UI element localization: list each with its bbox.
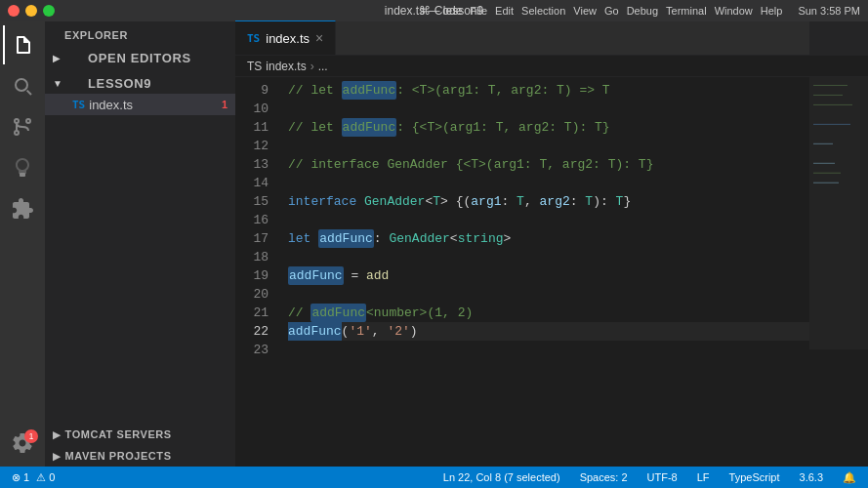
tab-close-button[interactable]: × bbox=[315, 31, 323, 45]
code-line-14 bbox=[288, 174, 809, 192]
menu-help[interactable]: Help bbox=[761, 5, 783, 17]
warning-icon: ⚠ bbox=[36, 471, 46, 484]
status-language[interactable]: TypeScript bbox=[725, 467, 784, 488]
sidebar-bottom-panels: ▶ TOMCAT SERVERS ▶ MAVEN PROJECTS bbox=[45, 424, 235, 467]
settings-badge: 1 bbox=[24, 429, 38, 443]
activity-icon-explorer[interactable] bbox=[3, 25, 42, 64]
code-line-15: interface GenAdder<T> {(arg1: T, arg2: T… bbox=[288, 192, 809, 211]
code-line-21: // addFunc<number>(1, 2) bbox=[288, 304, 809, 322]
svg-point-0 bbox=[15, 119, 19, 123]
status-encoding[interactable]: UTF-8 bbox=[643, 467, 682, 488]
code-line-12 bbox=[288, 137, 809, 155]
open-editors-section: ▶ OPEN EDITORS bbox=[45, 45, 235, 70]
activity-bar: 1 bbox=[0, 21, 45, 467]
minimize-button[interactable] bbox=[25, 5, 37, 17]
status-left: ⊗ 1 ⚠ 0 bbox=[8, 467, 59, 488]
tab-label: index.ts bbox=[266, 31, 310, 46]
status-right: Ln 22, Col 8 (7 selected) Spaces: 2 UTF-… bbox=[439, 467, 860, 488]
maximize-button[interactable] bbox=[43, 5, 55, 17]
error-count: 1 bbox=[23, 471, 29, 483]
menu-window[interactable]: Window bbox=[715, 5, 753, 17]
lesson9-toggle[interactable]: ▼ LESSON9 bbox=[45, 72, 235, 94]
code-line-11: // let addFunc: {<T>(arg1: T, arg2: T): … bbox=[288, 118, 809, 137]
menu-terminal[interactable]: Terminal bbox=[666, 5, 707, 17]
file-index-ts[interactable]: TS index.ts 1 bbox=[45, 94, 235, 115]
status-line-ending[interactable]: LF bbox=[693, 467, 714, 488]
breadcrumb-sep: › bbox=[310, 60, 314, 73]
close-button[interactable] bbox=[8, 5, 20, 17]
sidebar: Explorer ▶ OPEN EDITORS ▼ LESSON9 TS ind… bbox=[45, 21, 235, 467]
spaces-label: Spaces: 2 bbox=[580, 471, 628, 483]
traffic-lights bbox=[8, 5, 55, 17]
sidebar-header: Explorer bbox=[45, 21, 235, 45]
breadcrumb: TS index.ts › ... bbox=[235, 56, 868, 77]
editor-area: TS index.ts × TS index.ts › ... 9 10 11 … bbox=[235, 21, 868, 467]
activity-icon-source-control[interactable] bbox=[3, 107, 42, 146]
activity-icon-search[interactable] bbox=[3, 66, 42, 105]
svg-point-1 bbox=[15, 131, 19, 135]
minimap bbox=[809, 77, 868, 467]
code-line-19: addFunc = add bbox=[288, 266, 809, 285]
code-line-9: // let addFunc: <T>(arg1: T, arg2: T) =>… bbox=[288, 81, 809, 100]
code-line-22: addFunc('1', '2') bbox=[288, 322, 809, 341]
line-ending-label: LF bbox=[697, 471, 710, 483]
maven-chevron: ▶ bbox=[53, 451, 62, 462]
lesson9-chevron: ▼ bbox=[53, 78, 68, 89]
tomcat-servers-toggle[interactable]: ▶ TOMCAT SERVERS bbox=[45, 424, 235, 445]
bell-icon: 🔔 bbox=[843, 471, 856, 484]
breadcrumb-symbol[interactable]: ... bbox=[318, 60, 328, 73]
titlebar: index.ts — lesson9 ⌘ Code File Edit Sele… bbox=[0, 0, 868, 21]
menu-go[interactable]: Go bbox=[604, 5, 619, 17]
open-editors-chevron: ▶ bbox=[53, 53, 68, 63]
warning-count: 0 bbox=[49, 471, 55, 483]
status-errors[interactable]: ⊗ 1 ⚠ 0 bbox=[8, 467, 59, 488]
position-label: Ln 22, Col 8 (7 selected) bbox=[443, 471, 560, 483]
code-editor[interactable]: 9 10 11 12 13 14 15 16 17 18 19 20 21 22… bbox=[235, 77, 868, 467]
code-line-18 bbox=[288, 248, 809, 266]
tab-index-ts[interactable]: TS index.ts × bbox=[235, 20, 336, 55]
breadcrumb-file[interactable]: index.ts bbox=[266, 60, 306, 73]
titlebar-right: ⌘ Code File Edit Selection View Go Debug… bbox=[419, 4, 860, 18]
menu-view[interactable]: View bbox=[573, 5, 597, 17]
status-position[interactable]: Ln 22, Col 8 (7 selected) bbox=[439, 467, 564, 488]
maven-projects-toggle[interactable]: ▶ MAVEN PROJECTS bbox=[45, 445, 235, 467]
maven-projects-label: MAVEN PROJECTS bbox=[65, 450, 172, 462]
code-line-16 bbox=[288, 211, 809, 229]
file-badge: 1 bbox=[222, 99, 227, 110]
code-line-20 bbox=[288, 285, 809, 304]
status-bell[interactable]: 🔔 bbox=[839, 467, 860, 488]
code-line-23 bbox=[288, 341, 809, 359]
svg-rect-3 bbox=[20, 173, 25, 177]
language-label: TypeScript bbox=[729, 471, 780, 483]
code-line-10 bbox=[288, 100, 809, 118]
lesson9-label: LESSON9 bbox=[68, 76, 151, 91]
svg-rect-13 bbox=[809, 77, 868, 349]
encoding-label: UTF-8 bbox=[647, 471, 678, 483]
error-icon: ⊗ bbox=[12, 471, 21, 484]
tomcat-chevron: ▶ bbox=[53, 429, 62, 440]
main-layout: 1 Explorer ▶ OPEN EDITORS ▼ LESSON9 TS i… bbox=[0, 21, 868, 467]
status-spaces[interactable]: Spaces: 2 bbox=[576, 467, 632, 488]
status-version[interactable]: 3.6.3 bbox=[796, 467, 827, 488]
lesson9-section: ▼ LESSON9 TS index.ts 1 bbox=[45, 70, 235, 117]
system-time: Sun 3:58 PM bbox=[798, 5, 860, 17]
breadcrumb-ts-icon: TS bbox=[247, 60, 262, 73]
menu-selection[interactable]: Selection bbox=[521, 5, 565, 17]
ts-file-icon: TS bbox=[72, 99, 85, 111]
svg-point-2 bbox=[26, 119, 30, 123]
activity-icon-extensions[interactable] bbox=[3, 189, 42, 228]
menu-debug[interactable]: Debug bbox=[627, 5, 658, 17]
open-editors-toggle[interactable]: ▶ OPEN EDITORS bbox=[45, 47, 235, 68]
version-label: 3.6.3 bbox=[800, 471, 823, 483]
activity-bar-bottom: 1 bbox=[3, 424, 42, 467]
activity-icon-debug[interactable] bbox=[3, 148, 42, 187]
code-line-17: let addFunc: GenAdder<string> bbox=[288, 229, 809, 248]
activity-icon-settings[interactable]: 1 bbox=[3, 424, 42, 463]
menu-edit[interactable]: Edit bbox=[495, 5, 514, 17]
code-content[interactable]: // let addFunc: <T>(arg1: T, arg2: T) =>… bbox=[276, 77, 809, 467]
tomcat-servers-label: TOMCAT SERVERS bbox=[65, 428, 172, 440]
file-index-ts-label: index.ts bbox=[89, 98, 133, 112]
status-bar: ⊗ 1 ⚠ 0 Ln 22, Col 8 (7 selected) Spaces… bbox=[0, 467, 868, 488]
tab-ts-icon: TS bbox=[247, 32, 260, 45]
open-editors-label: OPEN EDITORS bbox=[68, 51, 191, 65]
